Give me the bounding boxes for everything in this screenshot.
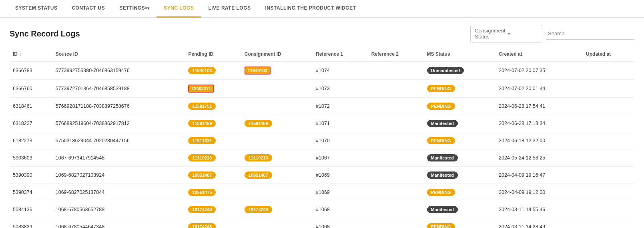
cell-ref1: #1070 (313, 132, 368, 149)
cell-id: 6318461 (10, 98, 52, 115)
cell-updated-at (583, 132, 634, 149)
cell-ref1: #1073 (313, 80, 368, 98)
cell-created-at: 2024-07-02 20:01:44 (496, 80, 583, 98)
cell-created-at: 2024-03-11 14:28:49 (496, 218, 583, 228)
cell-ms-status: Manifested (424, 149, 496, 167)
cell-created-at: 2024-06-28 17:54:41 (496, 98, 583, 115)
sync-logs-table: ID ↓Source IDPending IDConsignment IDRef… (10, 47, 634, 228)
cell-updated-at (583, 98, 634, 115)
cell-ref1: #1068 (313, 218, 368, 228)
cell-updated-at (583, 115, 634, 132)
nav-item-live-rate-logs[interactable]: LIVE RATE LOGS (201, 0, 258, 18)
table-header: ID ↓Source IDPending IDConsignment IDRef… (10, 47, 634, 61)
cell-consignment-id: 11110213 (241, 149, 313, 167)
cell-pending-id: 10551475 (185, 184, 241, 201)
cell-pending-id: 11591459 (185, 115, 241, 132)
cell-pending-id: 12402371 (185, 80, 241, 98)
cell-ref2 (368, 98, 424, 115)
nav-item-installing-the-product-widget[interactable]: INSTALLING THE PRODUCT WIDGET (258, 0, 363, 18)
cell-created-at: 2024-05-24 12:58:25 (496, 149, 583, 167)
cell-created-at: 2024-04-09 19:16:47 (496, 167, 583, 184)
cell-ref2 (368, 149, 424, 167)
cell-updated-at (583, 201, 634, 218)
cell-id: 5390390 (10, 167, 52, 184)
cell-consignment-id: 11640103 (241, 61, 313, 80)
nav-item-contact-us[interactable]: CONTACT US (64, 0, 112, 18)
cell-updated-at (583, 218, 634, 228)
cell-consignment-id (241, 218, 313, 228)
cell-id: 6366760 (10, 80, 52, 98)
cell-ref2 (368, 61, 424, 80)
cell-source-id: 1067-6973417914548 (52, 149, 185, 167)
navigation: SYSTEM STATUSCONTACT USSETTINGS ▾SYNC LO… (0, 0, 644, 18)
cell-consignment-id: 11591459 (241, 115, 313, 132)
cell-ref2 (368, 167, 424, 184)
page-header: Sync Record Logs Consignment Status ▾ (0, 18, 644, 47)
cell-pending-id: 11640103 (185, 61, 241, 80)
cell-updated-at (583, 184, 634, 201)
col-header-created-at: Created at (496, 47, 583, 61)
cell-consignment-id: 10551487 (241, 167, 313, 184)
nav-item-system-status[interactable]: SYSTEM STATUS (8, 0, 64, 18)
dropdown-arrow-icon: ▾ (508, 32, 538, 36)
cell-ms-status: Manifested (424, 167, 496, 184)
col-header-consignment-id: Consignment ID (241, 47, 313, 61)
cell-consignment-id (241, 132, 313, 149)
cell-source-id: 1069-6827025137844 (52, 184, 185, 201)
consignment-status-dropdown[interactable]: Consignment Status ▾ (470, 25, 542, 42)
cell-ref1: #1067 (313, 149, 368, 167)
cell-updated-at (583, 80, 634, 98)
cell-ms-status: PENDING (424, 80, 496, 98)
table-row: 59036031067-6973417914548111102131111021… (10, 149, 634, 167)
table-row: 63667835773992755380-7046863159476116401… (10, 61, 634, 80)
cell-id: 5083829 (10, 218, 52, 228)
cell-ms-status: Manifested (424, 115, 496, 132)
cell-ref2 (368, 184, 424, 201)
cell-updated-at (583, 149, 634, 167)
col-header-id[interactable]: ID ↓ (10, 47, 52, 61)
col-header-ms-status: MS Status (424, 47, 496, 61)
table-row: 61822735750318629044-7020280447156115113… (10, 132, 634, 149)
cell-source-id: 1069-6827027103924 (52, 167, 185, 184)
nav-item-settings[interactable]: SETTINGS ▾ (112, 0, 156, 18)
cell-ref2 (368, 115, 424, 132)
cell-ref2 (368, 201, 424, 218)
cell-ref1: #1074 (313, 61, 368, 80)
col-header-source-id: Source ID (52, 47, 185, 61)
cell-created-at: 2024-07-02 20:07:35 (496, 61, 583, 80)
cell-pending-id: 11591751 (185, 98, 241, 115)
cell-ms-status: PENDING (424, 184, 496, 201)
cell-pending-id: 10551487 (185, 167, 241, 184)
cell-id: 5390374 (10, 184, 52, 201)
cell-pending-id: 10174249 (185, 201, 241, 218)
cell-ms-status: PENDING (424, 98, 496, 115)
header-controls: Consignment Status ▾ (470, 25, 634, 42)
cell-created-at: 2024-03-11 14:55:46 (496, 201, 583, 218)
cell-ms-status: PENDING (424, 132, 496, 149)
cell-ref1: #1069 (313, 184, 368, 201)
cell-ref1: #1071 (313, 115, 368, 132)
cell-consignment-id: 10174249 (241, 201, 313, 218)
cell-created-at: 2024-06-28 17:13:34 (496, 115, 583, 132)
col-header-pending-id: Pending ID (185, 47, 241, 61)
cell-source-id: 5750318629044-7020280447156 (52, 132, 185, 149)
page-title: Sync Record Logs (10, 29, 80, 38)
cell-id: 6182273 (10, 132, 52, 149)
search-input[interactable] (546, 28, 634, 40)
cell-id: 6366783 (10, 61, 52, 80)
cell-ref2 (368, 218, 424, 228)
table-row: 63184615766928171188-7038897258676115917… (10, 98, 634, 115)
cell-ms-status: Unmanifested (424, 61, 496, 80)
cell-updated-at (583, 167, 634, 184)
cell-ref1: #1072 (313, 98, 368, 115)
cell-created-at: 2024-06-18 12:32:00 (496, 132, 583, 149)
col-header-reference-2: Reference 2 (368, 47, 424, 61)
cell-source-id: 1068-6780544647348 (52, 218, 185, 228)
cell-source-id: 5766892519604-7038862917812 (52, 115, 185, 132)
table-wrapper: ID ↓Source IDPending IDConsignment IDRef… (0, 47, 644, 228)
nav-item-sync-logs[interactable]: SYNC LOGS (156, 0, 201, 18)
cell-ref1: #1068 (313, 201, 368, 218)
cell-consignment-id (241, 80, 313, 98)
table-row: 50841361068-6780563652788101742491017424… (10, 201, 634, 218)
cell-source-id: 5773972701364-7046858539188 (52, 80, 185, 98)
